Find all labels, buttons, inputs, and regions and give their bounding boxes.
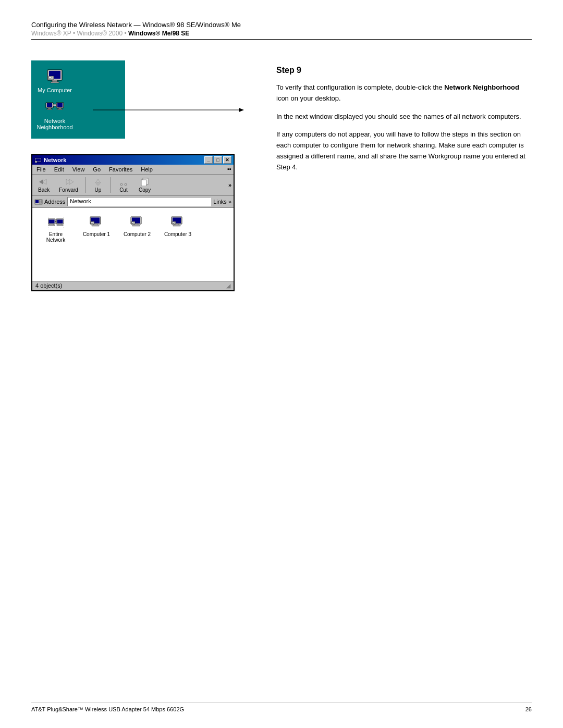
svg-rect-20 (35, 161, 37, 163)
svg-point-67 (173, 223, 174, 224)
header-subtitle-bold: Windows® Me/98 SE (128, 30, 189, 37)
svg-rect-7 (47, 103, 52, 107)
explorer-window: Network _ □ ✕ File Edit View Go Favorite… (31, 154, 235, 291)
menu-help[interactable]: Help (139, 166, 155, 173)
svg-rect-38 (49, 220, 55, 224)
menu-view[interactable]: View (70, 166, 87, 173)
step-paragraph-3: If any computers do not appear, you will… (276, 129, 532, 172)
titlebar-controls: _ □ ✕ (204, 156, 231, 164)
copy-button[interactable]: Copy (135, 176, 154, 194)
svg-point-60 (132, 223, 133, 224)
up-button[interactable]: Up (89, 176, 107, 194)
svg-line-28 (124, 179, 126, 184)
forward-icon (64, 177, 74, 187)
statusbar-count: 4 object(s) (35, 282, 62, 289)
maximize-button[interactable]: □ (214, 156, 222, 164)
address-links[interactable]: Links » (213, 199, 231, 205)
step-heading: Step 9 (276, 66, 532, 75)
network-neighborhood-bold: Network Neighborhood (444, 83, 519, 91)
menu-edit[interactable]: Edit (52, 166, 66, 173)
svg-rect-2 (52, 80, 57, 82)
svg-rect-42 (57, 220, 63, 224)
menubar: File Edit View Go Favorites Help ▪▪ (32, 165, 234, 175)
menu-favorites[interactable]: Favorites (107, 166, 134, 173)
svg-rect-44 (57, 225, 63, 226)
svg-rect-39 (50, 224, 54, 225)
svg-rect-34 (35, 200, 39, 203)
svg-rect-36 (39, 202, 42, 203)
explorer-window-icon (34, 156, 42, 164)
header-subtitle: Windows® XP • Windows® 2000 • Windows® M… (31, 30, 532, 37)
svg-line-27 (121, 179, 124, 184)
step-paragraph-1: To verify that configuration is complete… (276, 82, 532, 104)
svg-rect-49 (93, 224, 97, 225)
computer1-label: Computer 1 (83, 231, 110, 237)
minimize-button[interactable]: _ (204, 156, 213, 164)
network-neighborhood-label: Network Neighborhood (36, 118, 72, 130)
my-computer-icon (45, 69, 64, 85)
toolbar: Back Forward (32, 175, 234, 196)
toolbar-extend[interactable]: » (228, 182, 231, 188)
back-icon (39, 177, 49, 187)
statusbar-resize: ◢ (226, 282, 230, 289)
toolbar-sep-2 (111, 177, 111, 193)
cut-button[interactable]: Cut (114, 176, 133, 194)
menu-extend[interactable]: ▪▪ (227, 166, 231, 173)
explorer-window-title: Network (44, 157, 66, 163)
up-icon (93, 177, 103, 187)
entire-network-label: Entire Network (46, 231, 66, 243)
svg-rect-64 (173, 225, 180, 226)
footer-left: AT&T Plug&Share™ Wireless USB Adapter 54… (31, 706, 184, 712)
address-input[interactable]: Network (67, 197, 211, 206)
network-neighborhood-icon (45, 100, 64, 116)
computer2-label: Computer 2 (124, 231, 151, 237)
copy-icon (140, 177, 150, 187)
my-computer-desktop-icon[interactable]: My Computer (36, 69, 73, 93)
svg-rect-9 (47, 109, 52, 110)
network-neighborhood-desktop-icon[interactable]: Network Neighborhood (36, 100, 73, 130)
right-column: Step 9 To verify that configuration is c… (255, 60, 532, 291)
svg-rect-40 (48, 225, 55, 226)
svg-point-53 (92, 223, 92, 224)
svg-marker-25 (95, 179, 101, 183)
svg-rect-52 (91, 222, 93, 223)
svg-rect-59 (132, 222, 133, 223)
back-button[interactable]: Back (34, 176, 53, 194)
scissors-icon (118, 177, 129, 187)
menu-go[interactable]: Go (91, 166, 103, 173)
svg-rect-32 (141, 180, 146, 186)
header-subtitle-normal: Windows® XP • Windows® 2000 • (31, 30, 128, 37)
computer2-item[interactable]: Computer 2 (119, 213, 155, 245)
computer1-item[interactable]: Computer 1 (78, 213, 115, 245)
svg-rect-12 (58, 108, 62, 109)
arrow-line (93, 100, 260, 141)
svg-rect-3 (51, 82, 59, 83)
entire-network-item[interactable]: Entire Network (38, 213, 74, 245)
statusbar: 4 object(s) ◢ (32, 281, 234, 290)
computer3-item[interactable]: Computer 3 (160, 213, 196, 245)
footer: AT&T Plug&Share™ Wireless USB Adapter 54… (31, 702, 532, 712)
header-title: Configuring the Wireless Network — Windo… (31, 21, 532, 29)
svg-rect-15 (53, 104, 56, 106)
network-address-icon (34, 198, 43, 205)
entire-network-icon (47, 215, 64, 230)
close-button[interactable]: ✕ (223, 156, 231, 164)
svg-rect-57 (132, 225, 140, 226)
computer2-icon (129, 215, 145, 230)
left-column: My Computer (31, 60, 255, 291)
step-paragraph-2: In the next window displayed you should … (276, 112, 532, 122)
menu-file[interactable]: File (34, 166, 48, 173)
my-computer-label: My Computer (38, 87, 72, 93)
computer3-icon (169, 215, 186, 230)
footer-page-number: 26 (525, 706, 532, 712)
forward-button[interactable]: Forward (55, 176, 82, 194)
main-content: My Computer (31, 60, 532, 291)
svg-rect-66 (173, 222, 174, 223)
svg-rect-63 (175, 224, 179, 225)
svg-rect-50 (92, 225, 99, 226)
computer3-label: Computer 3 (164, 231, 191, 237)
titlebar-left: Network (34, 156, 66, 164)
svg-rect-5 (49, 77, 51, 78)
addressbar: Address Network Links » (32, 196, 234, 208)
explorer-titlebar: Network _ □ ✕ (32, 155, 234, 165)
